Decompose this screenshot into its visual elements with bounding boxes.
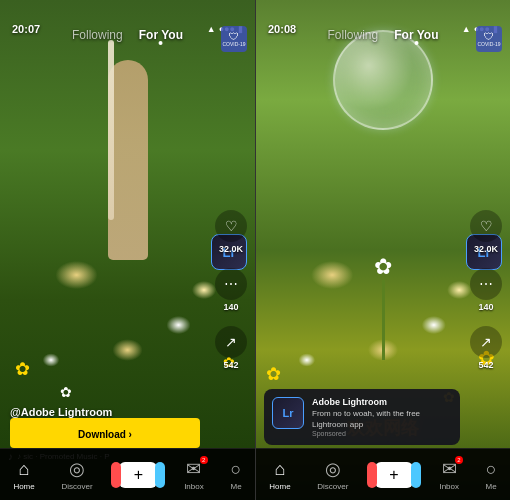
ad-content-right: Adobe Lightroom From no to woah, with th… bbox=[312, 397, 452, 437]
daisy-on-stem: ✿ bbox=[374, 254, 392, 360]
yellow-flower-1: ✿ bbox=[15, 358, 30, 380]
tab-following-right[interactable]: Following bbox=[328, 28, 379, 42]
nav-me-right[interactable]: ○ Me bbox=[486, 459, 497, 491]
left-screen: ✿ ✿ ✿ 20:07 ▲ ●●● ▮ Following For You 🛡 … bbox=[0, 0, 255, 500]
share-count-right: 542 bbox=[478, 360, 493, 370]
download-button-left[interactable]: Download › bbox=[10, 418, 200, 448]
me-label-right: Me bbox=[486, 482, 497, 491]
heart-icon-left: ♡ bbox=[215, 210, 247, 242]
wifi-icon-right: ▲ bbox=[462, 24, 471, 34]
nav-home-right[interactable]: ⌂ Home bbox=[269, 459, 290, 491]
like-button-left[interactable]: ♡ 32.0K bbox=[215, 210, 247, 254]
like-count-right: 32.0K bbox=[474, 244, 498, 254]
inbox-icon-left: ✉ bbox=[186, 458, 201, 480]
stick-element bbox=[108, 40, 114, 220]
yellow-flower-r1: ✿ bbox=[266, 363, 281, 385]
home-icon-left: ⌂ bbox=[19, 459, 30, 480]
top-bar-left: 20:07 ▲ ●●● ▮ bbox=[0, 0, 255, 50]
comment-count-right: 140 bbox=[478, 302, 493, 312]
share-count-left: 542 bbox=[223, 360, 238, 370]
tab-foryou-left[interactable]: For You bbox=[139, 28, 183, 42]
me-label-left: Me bbox=[230, 482, 241, 491]
shield-icon-left: 🛡 bbox=[229, 32, 239, 42]
share-button-right[interactable]: ↗ 542 bbox=[470, 326, 502, 370]
channel-name-left[interactable]: @Adobe Lightroom bbox=[10, 406, 195, 418]
bottom-nav-left: ⌂ Home ◎ Discover + ✉ 2 Inbox ○ Me bbox=[0, 448, 255, 500]
me-icon-right: ○ bbox=[486, 459, 497, 480]
ad-card-right[interactable]: Lr Adobe Lightroom From no to woah, with… bbox=[264, 389, 460, 445]
discover-icon-right: ◎ bbox=[325, 458, 341, 480]
bottom-nav-right: ⌂ Home ◎ Discover + ✉ 2 Inbox ○ Me bbox=[256, 448, 510, 500]
comment-icon-left: ⋯ bbox=[215, 268, 247, 300]
like-button-right[interactable]: ♡ 32.0K bbox=[470, 210, 502, 254]
comment-count-left: 140 bbox=[223, 302, 238, 312]
right-screen: ✿ ✿ ✿ ✿ 20:08 ▲ ●●● ▮ Following For You … bbox=[255, 0, 510, 500]
nav-tabs-left: Following For You bbox=[72, 28, 183, 42]
share-icon-right: ↗ bbox=[470, 326, 502, 358]
discover-label-right: Discover bbox=[317, 482, 348, 491]
comment-button-right[interactable]: ⋯ 140 bbox=[470, 268, 502, 312]
ad-title-right: Adobe Lightroom bbox=[312, 397, 452, 409]
discover-label-left: Discover bbox=[61, 482, 92, 491]
daisy-icon: ✿ bbox=[374, 254, 392, 279]
home-label-right: Home bbox=[269, 482, 290, 491]
top-bar-right: 20:08 ▲ ●●● ▮ bbox=[256, 0, 510, 50]
inbox-badge-left: 2 bbox=[200, 456, 208, 464]
heart-icon-right: ♡ bbox=[470, 210, 502, 242]
covid-text-left: COVID-19 bbox=[222, 42, 245, 47]
nav-inbox-left[interactable]: ✉ 2 Inbox bbox=[184, 458, 204, 491]
plus-button-left[interactable]: + bbox=[119, 462, 157, 488]
shield-icon-right: 🛡 bbox=[484, 32, 494, 42]
comment-icon-right: ⋯ bbox=[470, 268, 502, 300]
ad-desc-right: From no to woah, with the free Lightroom… bbox=[312, 409, 452, 430]
share-icon-left: ↗ bbox=[215, 326, 247, 358]
like-count-left: 32.0K bbox=[219, 244, 243, 254]
stem bbox=[382, 280, 385, 360]
ad-logo-right: Lr bbox=[272, 397, 304, 429]
plus-icon-right: + bbox=[389, 466, 398, 484]
plus-button-right[interactable]: + bbox=[375, 462, 413, 488]
discover-icon-left: ◎ bbox=[69, 458, 85, 480]
ad-sponsored-right: Sponsored bbox=[312, 430, 452, 437]
download-btn-text-left: Download › bbox=[78, 429, 132, 440]
nav-inbox-right[interactable]: ✉ 2 Inbox bbox=[439, 458, 459, 491]
comment-button-left[interactable]: ⋯ 140 bbox=[215, 268, 247, 312]
hand-element bbox=[108, 60, 148, 260]
status-time-left: 20:07 bbox=[12, 23, 40, 35]
action-buttons-left: ♡ 32.0K ⋯ 140 ↗ 542 bbox=[215, 210, 247, 370]
white-flower-1: ✿ bbox=[60, 384, 72, 400]
wifi-icon-left: ▲ bbox=[207, 24, 216, 34]
covid-text-right: COVID-19 bbox=[477, 42, 500, 47]
tab-following-left[interactable]: Following bbox=[72, 28, 123, 42]
nav-me-left[interactable]: ○ Me bbox=[230, 459, 241, 491]
action-buttons-right: ♡ 32.0K ⋯ 140 ↗ 542 bbox=[470, 210, 502, 370]
covid-badge-right[interactable]: 🛡 COVID-19 bbox=[476, 26, 502, 52]
share-button-left[interactable]: ↗ 542 bbox=[215, 326, 247, 370]
home-icon-right: ⌂ bbox=[275, 459, 286, 480]
inbox-label-left: Inbox bbox=[184, 482, 204, 491]
home-label-left: Home bbox=[13, 482, 34, 491]
nav-plus-right[interactable]: + bbox=[375, 462, 413, 488]
inbox-label-right: Inbox bbox=[439, 482, 459, 491]
inbox-badge-right: 2 bbox=[455, 456, 463, 464]
nav-tabs-right: Following For You bbox=[328, 28, 439, 42]
plus-icon-left: + bbox=[134, 466, 143, 484]
me-icon-left: ○ bbox=[231, 459, 242, 480]
covid-badge-left[interactable]: 🛡 COVID-19 bbox=[221, 26, 247, 52]
nav-discover-left[interactable]: ◎ Discover bbox=[61, 458, 92, 491]
nav-home-left[interactable]: ⌂ Home bbox=[13, 459, 34, 491]
tab-foryou-right[interactable]: For You bbox=[394, 28, 438, 42]
ad-lr-text: Lr bbox=[283, 407, 294, 419]
status-time-right: 20:08 bbox=[268, 23, 296, 35]
nav-plus-left[interactable]: + bbox=[119, 462, 157, 488]
nav-discover-right[interactable]: ◎ Discover bbox=[317, 458, 348, 491]
